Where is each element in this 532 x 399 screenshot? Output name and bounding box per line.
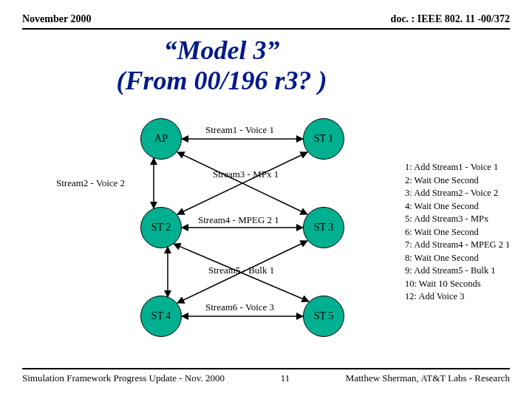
label-stream6: Stream6 - Voice 3 [205,301,274,313]
steps-list: 1: Add Stream1 - Voice 1 2: Wait One Sec… [405,161,529,304]
node-st1: ST 1 [303,118,344,160]
title-line-1: “Model 3” [164,35,280,65]
step-item: 12: Add Voice 3 [405,290,529,304]
network-diagram: AP ST 1 ST 2 ST 3 ST 4 ST 5 Stream1 - Vo… [22,111,392,355]
slide-footer: Simulation Framework Progress Update - N… [22,372,510,384]
header-docid: doc. : IEEE 802. 11 -00/372 [391,13,510,25]
step-item: 10: Wait 10 Seconds [405,278,529,291]
footer-rule [22,368,510,369]
title-line-2: (From 00/196 r3? ) [116,66,327,95]
step-item: 1: Add Stream1 - Voice 1 [405,161,529,174]
node-st2-label: ST 2 [151,222,171,233]
label-stream4: Stream4 - MPEG 2 1 [198,214,279,226]
node-ap-label: AP [154,133,168,145]
header-date: November 2000 [22,13,91,25]
label-stream3: Stream3 - MPx 1 [213,168,279,180]
step-item: 2: Wait One Second [405,174,529,188]
node-st4: ST 4 [140,296,182,337]
node-st3-label: ST 3 [314,222,334,233]
slide-header: November 2000 doc. : IEEE 802. 11 -00/37… [22,13,510,25]
step-item: 4: Wait One Second [405,200,529,214]
step-item: 9: Add Stream5 - Bulk 1 [405,265,529,278]
footer-left: Simulation Framework Progress Update - N… [22,372,225,384]
header-rule [22,28,510,30]
footer-right: Matthew Sherman, AT&T Labs - Research [346,372,510,384]
node-st5: ST 5 [303,296,344,337]
node-st2: ST 2 [140,207,182,248]
node-st3: ST 3 [303,207,344,248]
node-st4-label: ST 4 [151,310,171,322]
node-st5-label: ST 5 [314,310,334,322]
step-item: 5: Add Stream3 - MPx [405,213,529,226]
step-item: 3: Add Stream2 - Voice 2 [405,187,529,200]
slide-title: “Model 3” (From 00/196 r3? ) [0,35,443,97]
footer-page: 11 [281,372,290,384]
step-item: 6: Wait One Second [405,226,529,239]
label-stream5: Stream5 - Bulk 1 [208,265,274,276]
step-item: 8: Wait One Second [405,252,529,265]
step-item: 7: Add Stream4 - MPEG 2 1 [405,239,529,252]
label-stream1: Stream1 - Voice 1 [205,124,274,136]
label-stream2: Stream2 - Voice 2 [56,177,125,189]
node-ap: AP [140,118,182,160]
node-st1-label: ST 1 [314,133,334,145]
